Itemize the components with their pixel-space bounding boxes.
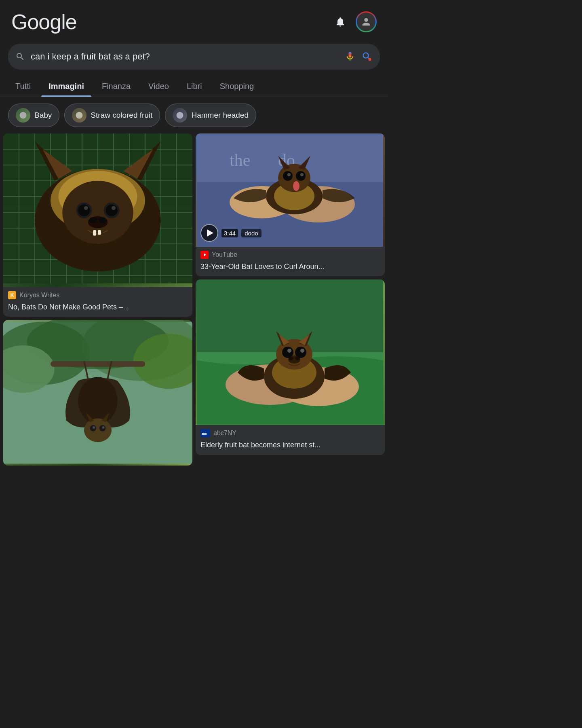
search-tabs: Tutti Immagini Finanza Video Libri Shopp… bbox=[0, 76, 388, 97]
result-image-3 bbox=[3, 320, 192, 466]
card-title-2: 33-Year-Old Bat Loves to Curl Aroun... bbox=[196, 260, 385, 276]
tab-video[interactable]: Video bbox=[141, 76, 176, 97]
card-title-1: No, Bats Do Not Make Good Pets –... bbox=[3, 301, 192, 317]
result-card-2[interactable]: the do bbox=[196, 133, 385, 276]
bat-elderly-image bbox=[196, 279, 385, 425]
video-source-text: dodo bbox=[241, 229, 261, 237]
tab-finanza[interactable]: Finanza bbox=[95, 76, 138, 97]
svg-point-67 bbox=[283, 171, 293, 181]
svg-point-90 bbox=[289, 356, 293, 360]
svg-point-88 bbox=[300, 349, 304, 353]
svg-point-68 bbox=[296, 171, 306, 181]
chip-hammer-label: Hammer headed bbox=[191, 111, 249, 120]
filter-chips: Baby Straw colored fruit Hammer headed bbox=[0, 97, 388, 133]
chip-straw-thumbnail bbox=[72, 108, 86, 123]
result-card-4[interactable]: abc abc abc7NY Elderly fruit bat becomes… bbox=[196, 279, 385, 455]
video-controls: 3:44 dodo bbox=[200, 224, 261, 242]
source-4: abc abc abc7NY bbox=[196, 425, 385, 439]
chip-hammer[interactable]: Hammer headed bbox=[165, 104, 256, 127]
header: Google bbox=[0, 0, 388, 40]
svg-point-0 bbox=[369, 58, 371, 61]
svg-point-32 bbox=[78, 205, 90, 216]
result-image-2: the do bbox=[196, 133, 385, 247]
svg-rect-39 bbox=[93, 230, 96, 236]
source-name-4: abc7NY bbox=[213, 430, 236, 437]
svg-point-70 bbox=[300, 173, 304, 176]
image-results-grid: K Koryos Writes No, Bats Do Not Make Goo… bbox=[0, 133, 388, 466]
bell-icon bbox=[335, 16, 346, 28]
svg-text:abc: abc bbox=[202, 432, 207, 436]
svg-point-69 bbox=[287, 173, 291, 176]
search-icon bbox=[15, 52, 25, 61]
svg-point-55 bbox=[102, 426, 105, 429]
result-image-1 bbox=[3, 133, 192, 287]
svg-point-35 bbox=[112, 206, 116, 210]
result-image-4 bbox=[196, 279, 385, 425]
source-2: YouTube bbox=[196, 247, 385, 260]
svg-rect-40 bbox=[98, 230, 101, 235]
bat-face-image bbox=[3, 133, 192, 284]
notifications-button[interactable] bbox=[333, 15, 348, 29]
svg-point-34 bbox=[84, 206, 88, 210]
user-avatar[interactable] bbox=[356, 11, 377, 32]
google-logo: Google bbox=[11, 10, 77, 34]
search-query[interactable]: can i keep a fruit bat as a pet? bbox=[31, 51, 339, 62]
chip-hammer-thumbnail bbox=[173, 108, 187, 123]
svg-point-71 bbox=[293, 181, 299, 191]
tab-shopping[interactable]: Shopping bbox=[213, 76, 261, 97]
source-name-2: YouTube bbox=[212, 251, 237, 258]
tab-libri[interactable]: Libri bbox=[179, 76, 209, 97]
svg-point-49 bbox=[84, 419, 112, 442]
result-card-1[interactable]: K Koryos Writes No, Bats Do Not Make Goo… bbox=[3, 133, 192, 317]
abc-icon: abc abc bbox=[200, 429, 210, 437]
svg-point-87 bbox=[287, 349, 291, 353]
tab-immagini[interactable]: Immagini bbox=[41, 76, 91, 97]
search-bar-container: can i keep a fruit bat as a pet? bbox=[0, 40, 388, 76]
svg-point-91 bbox=[295, 356, 300, 360]
voice-search-button[interactable] bbox=[344, 51, 356, 62]
koryos-icon: K bbox=[8, 291, 16, 299]
chip-straw-label: Straw colored fruit bbox=[91, 111, 152, 120]
lens-search-button[interactable] bbox=[361, 51, 373, 62]
chip-baby-label: Baby bbox=[34, 111, 52, 120]
chip-baby-thumbnail bbox=[16, 108, 30, 123]
tab-tutti[interactable]: Tutti bbox=[8, 76, 38, 97]
source-1: K Koryos Writes bbox=[3, 287, 192, 301]
svg-rect-47 bbox=[51, 361, 145, 367]
play-triangle-icon bbox=[207, 229, 213, 237]
search-bar[interactable]: can i keep a fruit bat as a pet? bbox=[8, 44, 380, 70]
header-actions bbox=[333, 11, 377, 32]
bat-hang-image bbox=[3, 320, 192, 466]
chip-baby[interactable]: Baby bbox=[8, 104, 59, 127]
svg-text:the: the bbox=[230, 151, 250, 169]
chip-straw[interactable]: Straw colored fruit bbox=[64, 104, 160, 127]
svg-point-33 bbox=[106, 205, 118, 216]
youtube-icon bbox=[200, 251, 209, 259]
card-title-4: Elderly fruit bat becomes internet st... bbox=[196, 439, 385, 455]
svg-point-38 bbox=[99, 217, 107, 224]
source-name-1: Koryos Writes bbox=[19, 292, 59, 299]
result-card-3[interactable] bbox=[3, 320, 192, 466]
svg-point-37 bbox=[89, 217, 97, 224]
video-duration: 3:44 bbox=[221, 229, 238, 237]
play-button[interactable] bbox=[200, 224, 218, 242]
avatar-image bbox=[357, 13, 375, 31]
svg-point-54 bbox=[93, 426, 95, 429]
